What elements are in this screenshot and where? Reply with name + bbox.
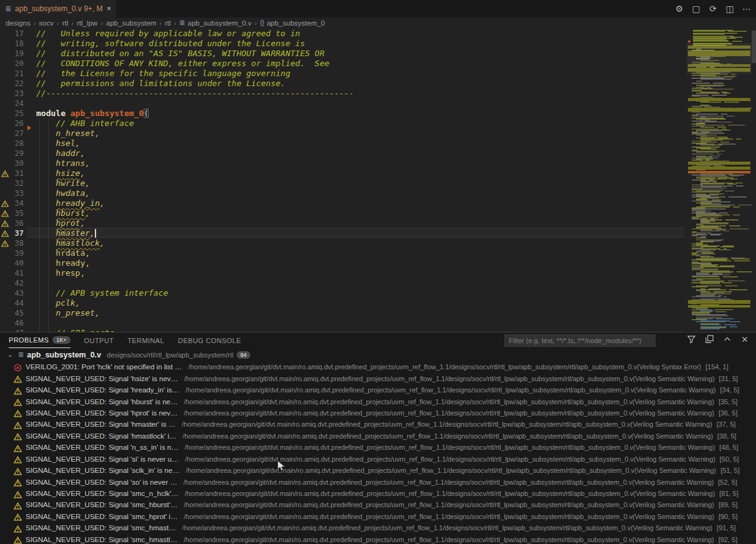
line-code[interactable]: hmaster,	[36, 228, 95, 238]
line-code[interactable]: hburst,	[36, 208, 90, 218]
editor-line-18[interactable]: 18// writing, software distributed under…	[0, 39, 687, 49]
problems-filter-input[interactable]	[504, 334, 655, 347]
line-code[interactable]: hsize,	[36, 168, 85, 178]
line-number[interactable]: 21	[0, 69, 24, 79]
breadcrumb-symbol[interactable]: apb_subsystem_0	[267, 19, 325, 27]
problem-row[interactable]: SIGNAL_NEVER_USED: Signal 'hmaster' is ……	[0, 419, 756, 430]
line-code[interactable]: hready_in,	[36, 198, 105, 208]
breadcrumb-file[interactable]: apb_subsystem_0.v	[188, 19, 252, 27]
problem-row[interactable]: SIGNAL_NEVER_USED: Signal 'hready_in' is…	[0, 384, 756, 396]
gear-icon[interactable]: ⚙	[674, 4, 685, 14]
editor-line-34[interactable]: 34 hready_in,	[0, 198, 687, 208]
editor-line-37[interactable]: 37 hmaster,	[0, 228, 687, 238]
line-number[interactable]: 46	[0, 318, 24, 328]
line-number[interactable]: 42	[0, 278, 24, 288]
line-number[interactable]: 36	[0, 218, 24, 228]
line-code[interactable]: n_hreset,	[36, 129, 100, 138]
problem-row[interactable]: SIGNAL_NEVER_USED: Signal 'hprot' is nev…	[0, 407, 756, 419]
split-editor-icon[interactable]: ◫	[724, 4, 735, 14]
line-number[interactable]: 27	[0, 129, 24, 138]
layout-square-icon[interactable]: ▢	[690, 4, 702, 14]
panel-tab-output[interactable]: OUTPUT	[84, 333, 114, 348]
editor-line-40[interactable]: 40 hready,	[0, 258, 687, 268]
editor-line-39[interactable]: 39 hrdata,	[0, 248, 687, 258]
line-number[interactable]: 19	[0, 49, 24, 59]
editor-line-28[interactable]: 28 hsel,	[0, 138, 687, 148]
line-code[interactable]: hsel,	[36, 138, 80, 148]
line-number[interactable]: 44	[0, 298, 24, 308]
line-number[interactable]: 34	[0, 198, 24, 208]
minimap-slider[interactable]	[687, 43, 752, 74]
collapse-all-icon[interactable]	[705, 334, 714, 344]
line-code[interactable]: htrans,	[36, 158, 90, 168]
line-number[interactable]: 45	[0, 308, 24, 318]
editor-line-21[interactable]: 21// the License for the specific langua…	[0, 69, 687, 79]
code-editor[interactable]: 17// Unless required by applicable law o…	[0, 28, 687, 332]
line-code[interactable]: hwdata,	[36, 188, 90, 198]
problem-row[interactable]: SIGNAL_NEVER_USED: Signal 'hsize' is nev…	[0, 372, 756, 384]
problem-row[interactable]: SIGNAL_NEVER_USED: Signal 'smc_hburst'…/…	[0, 499, 756, 510]
problem-row[interactable]: SIGNAL_NEVER_USED: Signal 'si' is never …	[0, 454, 756, 465]
line-number[interactable]: 33	[0, 188, 24, 198]
line-code[interactable]: hready,	[36, 258, 90, 268]
line-number[interactable]: 29	[0, 148, 24, 158]
line-number[interactable]: 32	[0, 178, 24, 188]
line-code[interactable]: // AHB interface	[36, 119, 134, 129]
breadcrumb-item[interactable]: designs	[6, 19, 31, 27]
editor-line-17[interactable]: 17// Unless required by applicable law o…	[0, 29, 687, 39]
line-code[interactable]: // distributed on an "AS IS" BASIS, WITH…	[36, 49, 325, 59]
tab-close-icon[interactable]: ×	[107, 4, 111, 13]
line-code[interactable]: haddr,	[36, 148, 85, 158]
line-number[interactable]: 37	[0, 228, 24, 238]
line-code[interactable]: hprot,	[36, 218, 85, 228]
problem-row[interactable]: SIGNAL_NEVER_USED: Signal 'n_ss_in' is n…	[0, 442, 756, 453]
line-code[interactable]: hwrite,	[36, 178, 90, 188]
close-panel-icon[interactable]	[740, 335, 749, 344]
editor-scrollbar[interactable]	[752, 28, 756, 332]
problem-row[interactable]: SIGNAL_NEVER_USED: Signal 'hburst' is ne…	[0, 396, 756, 407]
line-number[interactable]: 31	[0, 168, 24, 178]
line-number[interactable]: 39	[0, 248, 24, 258]
line-code[interactable]: // APB system interface	[36, 288, 168, 298]
line-code[interactable]: hrdata,	[36, 248, 90, 258]
line-number[interactable]: 38	[0, 238, 24, 248]
line-code[interactable]: n_preset,	[36, 308, 100, 318]
editor-line-31[interactable]: 31 hsize,	[0, 168, 687, 178]
more-actions-icon[interactable]: ⋯	[741, 4, 752, 14]
line-code[interactable]: pclk,	[36, 298, 80, 308]
minimap[interactable]	[687, 28, 752, 332]
problem-row[interactable]: SIGNAL_NEVER_USED: Signal 'smc_n_hclk'…/…	[0, 488, 756, 499]
problem-row[interactable]: SIGNAL_NEVER_USED: Signal 'hmastlock' i……	[0, 430, 756, 442]
scrollbar-thumb[interactable]	[752, 31, 756, 63]
line-number[interactable]: 20	[0, 59, 24, 69]
editor-line-26[interactable]: 26 // AHB interface	[0, 119, 687, 129]
line-code[interactable]: // Unless required by applicable law or …	[36, 29, 300, 39]
breadcrumb-item[interactable]: rtl	[165, 19, 171, 27]
line-number[interactable]: 22	[0, 79, 24, 89]
editor-line-30[interactable]: 30 htrans,	[0, 158, 687, 168]
breadcrumb-item[interactable]: socv	[39, 19, 54, 27]
line-number[interactable]: 18	[0, 39, 24, 49]
line-number[interactable]: 43	[0, 288, 24, 298]
problem-row[interactable]: SIGNAL_NEVER_USED: Signal 'smc_hmast…/ho…	[0, 522, 756, 533]
line-number[interactable]: 24	[0, 99, 24, 109]
filter-funnel-icon[interactable]	[687, 334, 696, 344]
editor-line-44[interactable]: 44 pclk,	[0, 298, 687, 308]
line-number[interactable]: 41	[0, 268, 24, 278]
problems-file-group[interactable]: ⌄ ≣ apb_subsystem_0.v designs/socv/rtl/r…	[0, 349, 756, 361]
breadcrumb-item[interactable]: rtl	[62, 19, 69, 27]
editor-line-19[interactable]: 19// distributed on an "AS IS" BASIS, WI…	[0, 49, 687, 59]
problem-row[interactable]: SIGNAL_NEVER_USED: Signal 'smc_hmastl…/h…	[0, 534, 756, 544]
tab-apb-subsystem[interactable]: ≣ apb_subsystem_0.v 9+, M ×	[0, 0, 116, 17]
editor-line-20[interactable]: 20// CONDITIONS OF ANY KIND, either expr…	[0, 59, 687, 69]
editor-line-43[interactable]: 43 // APB system interface	[0, 288, 687, 298]
editor-line-45[interactable]: 45 n_preset,	[0, 308, 687, 318]
editor-line-35[interactable]: 35 hburst,	[0, 208, 687, 218]
editor-line-23[interactable]: 23//------------------------------------…	[0, 89, 687, 99]
line-number[interactable]: 35	[0, 208, 24, 218]
line-code[interactable]: // CONDITIONS OF ANY KIND, either expres…	[36, 59, 330, 69]
line-number[interactable]: 40	[0, 258, 24, 268]
line-number[interactable]: 25	[0, 109, 24, 119]
line-number[interactable]: 17	[0, 29, 24, 39]
line-number[interactable]: 26	[0, 119, 24, 129]
